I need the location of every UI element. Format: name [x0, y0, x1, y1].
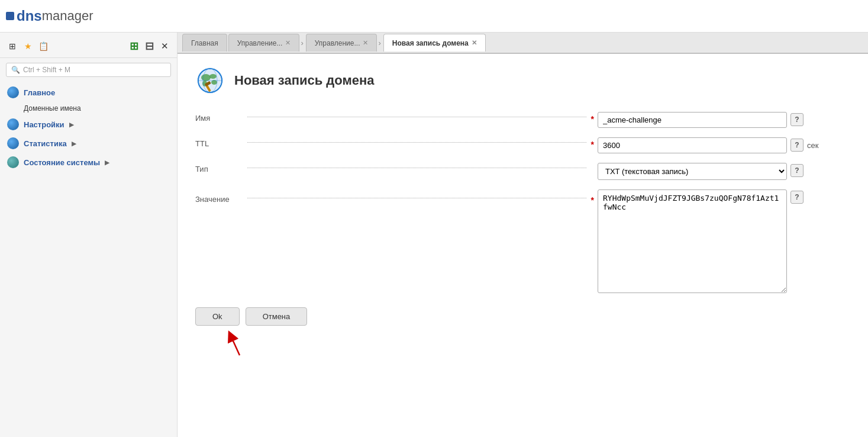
value-required-star: *: [591, 195, 594, 205]
table-icon[interactable]: ⊞: [6, 40, 19, 53]
svg-point-3: [209, 74, 217, 79]
minus-icon[interactable]: ⊟: [143, 40, 156, 53]
tabs-bar: Главная Управление... ✕ › Управление... …: [178, 33, 868, 54]
tab-separator-arrow2: ›: [378, 38, 380, 47]
sidebar-item-system[interactable]: Состояние системы ▶: [0, 153, 177, 172]
sidebar-home-label: Главное: [24, 88, 55, 97]
gear-icon[interactable]: ✕: [158, 40, 171, 53]
form-label-type: Тип *: [195, 163, 598, 175]
name-input[interactable]: [598, 112, 787, 128]
arrow-annotation: [228, 329, 850, 360]
tab-manage1-close[interactable]: ✕: [285, 39, 291, 47]
header: dnsmanager: [0, 0, 868, 33]
sidebar: ⊞ ★ 📋 ⊞ ⊟ ✕ 🔍 Ctrl + Shift + M Главное Д…: [0, 33, 178, 437]
sidebar-stats-label: Статистика: [24, 139, 67, 148]
ttl-label-text: TTL: [195, 139, 243, 148]
form: Имя * ? TTL *: [195, 112, 850, 293]
ttl-help-button[interactable]: ?: [790, 139, 804, 152]
ok-button[interactable]: Ok: [195, 307, 240, 326]
value-dotted-line: [247, 198, 586, 198]
btn-row: Ok Отмена: [195, 307, 850, 326]
logo-dns: dns: [17, 8, 42, 24]
clipboard-icon[interactable]: 📋: [37, 40, 50, 53]
tab-manage2-label: Управление...: [315, 39, 360, 47]
tab-new-record[interactable]: Новая запись домена ✕: [383, 34, 486, 52]
sidebar-search[interactable]: 🔍 Ctrl + Shift + M: [6, 63, 171, 77]
type-help-button[interactable]: ?: [790, 164, 804, 177]
star-icon[interactable]: ★: [21, 40, 34, 53]
form-row-value: Значение * RYHdWpSmMuVjdJFZT9JGBs7zuQOFg…: [195, 189, 850, 293]
sidebar-settings-label: Настройки: [24, 120, 64, 129]
settings-arrow-icon: ▶: [69, 121, 74, 128]
page-header: Новая запись домена: [195, 66, 850, 95]
search-placeholder: Ctrl + Shift + M: [23, 66, 70, 74]
tab-home[interactable]: Главная: [182, 34, 227, 52]
cancel-button[interactable]: Отмена: [246, 307, 308, 326]
stats-arrow-icon: ▶: [72, 140, 76, 147]
name-dotted-line: [247, 117, 586, 117]
type-select[interactable]: A (адрес IPv4) AAAA (адрес IPv6) CNAME (…: [598, 163, 787, 180]
tab-new-record-label: Новая запись домена: [392, 39, 469, 47]
logo-manager: manager: [42, 8, 93, 24]
type-label-text: Тип: [195, 165, 243, 173]
value-textarea[interactable]: RYHdWpSmMuVjdJFZT9JGBs7zuQOFgN78f1Azt1fw…: [598, 189, 787, 293]
content-area: Новая запись домена Имя * ?: [178, 54, 868, 437]
name-input-cell: ?: [598, 112, 804, 128]
type-dotted-line: [247, 168, 586, 168]
form-label-name: Имя *: [195, 112, 598, 124]
svg-line-11: [231, 336, 240, 355]
ttl-required-star: *: [591, 140, 594, 149]
sidebar-item-home[interactable]: Главное: [0, 83, 177, 102]
tab-manage2[interactable]: Управление... ✕: [306, 34, 377, 52]
globe-icon: [195, 66, 225, 95]
settings-nav-icon: [7, 118, 19, 130]
sidebar-system-label: Состояние системы: [24, 158, 100, 167]
logo: dnsmanager: [6, 8, 93, 24]
tab-manage2-close[interactable]: ✕: [363, 39, 368, 47]
tab-manage1[interactable]: Управление... ✕: [228, 34, 300, 52]
form-row-name: Имя * ?: [195, 112, 850, 128]
main-layout: ⊞ ★ 📋 ⊞ ⊟ ✕ 🔍 Ctrl + Shift + M Главное Д…: [0, 33, 868, 437]
name-required-star: *: [591, 114, 594, 124]
sidebar-toolbar: ⊞ ★ 📋 ⊞ ⊟ ✕: [0, 37, 177, 58]
domain-names-label: Доменные имена: [24, 104, 81, 113]
sidebar-item-settings[interactable]: Настройки ▶: [0, 115, 177, 134]
tab-separator-arrow: ›: [301, 38, 303, 47]
tab-manage1-label: Управление...: [237, 39, 283, 47]
form-row-type: Тип * A (адрес IPv4) AAAA (адрес IPv6) C…: [195, 163, 850, 180]
ttl-dotted-line: [247, 142, 586, 143]
form-label-value: Значение *: [195, 189, 598, 205]
svg-point-2: [201, 74, 211, 81]
system-arrow-icon: ▶: [105, 159, 109, 166]
tab-home-label: Главная: [191, 39, 218, 47]
add-icon[interactable]: ⊞: [127, 40, 140, 53]
name-help-button[interactable]: ?: [790, 113, 804, 126]
sidebar-item-domain-names[interactable]: Доменные имена: [0, 102, 177, 115]
ttl-input[interactable]: [598, 137, 787, 153]
form-row-ttl: TTL * ? сек: [195, 137, 850, 153]
button-area: Ok Отмена: [195, 307, 850, 360]
search-icon: 🔍: [11, 66, 20, 74]
home-nav-icon: [7, 86, 19, 98]
ttl-unit-label: сек: [807, 137, 818, 150]
stats-nav-icon: [7, 137, 19, 149]
sidebar-item-stats[interactable]: Статистика ▶: [0, 134, 177, 153]
value-input-cell: RYHdWpSmMuVjdJFZT9JGBs7zuQOFgN78f1Azt1fw…: [598, 189, 804, 293]
value-label-text: Значение: [195, 195, 243, 204]
ttl-input-cell: ? сек: [598, 137, 818, 153]
name-label-text: Имя: [195, 114, 243, 123]
type-input-cell: A (адрес IPv4) AAAA (адрес IPv6) CNAME (…: [598, 163, 804, 180]
arrow-svg: [228, 329, 263, 358]
form-label-ttl: TTL *: [195, 137, 598, 149]
logo-square-icon: [6, 12, 14, 20]
page-title: Новая запись домена: [234, 73, 374, 88]
system-nav-icon: [7, 156, 19, 168]
value-help-button[interactable]: ?: [790, 191, 804, 204]
tab-new-record-close[interactable]: ✕: [472, 39, 477, 47]
